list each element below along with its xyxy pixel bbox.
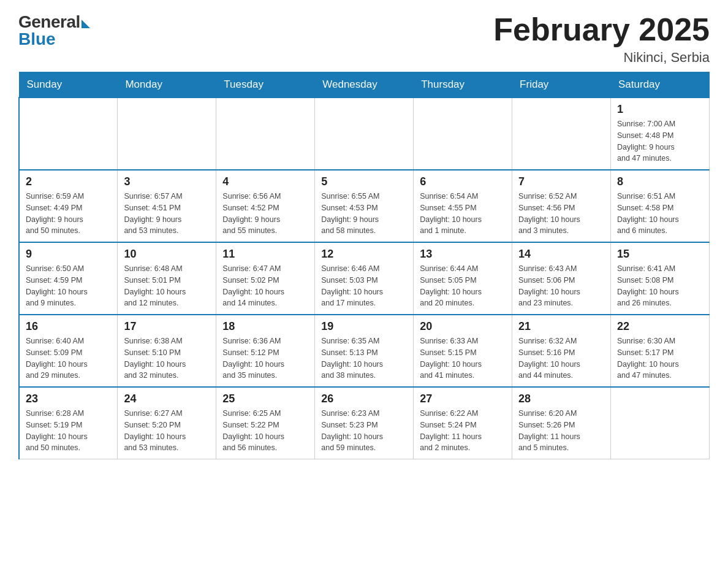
logo: General Blue [18, 12, 90, 49]
day-info: Sunrise: 6:20 AM Sunset: 5:26 PM Dayligh… [518, 408, 604, 454]
day-number: 8 [617, 175, 703, 188]
calendar-day-cell: 5Sunrise: 6:55 AM Sunset: 4:53 PM Daylig… [315, 170, 414, 242]
day-number: 5 [321, 175, 407, 188]
day-info: Sunrise: 7:00 AM Sunset: 4:48 PM Dayligh… [617, 118, 703, 164]
day-number: 1 [617, 103, 703, 116]
calendar-day-cell: 6Sunrise: 6:54 AM Sunset: 4:55 PM Daylig… [414, 170, 512, 242]
day-info: Sunrise: 6:30 AM Sunset: 5:17 PM Dayligh… [617, 335, 703, 381]
calendar-location: Nikinci, Serbia [493, 50, 710, 66]
calendar-day-cell: 14Sunrise: 6:43 AM Sunset: 5:06 PM Dayli… [512, 242, 611, 315]
logo-arrow-icon [82, 20, 90, 28]
calendar-day-cell: 15Sunrise: 6:41 AM Sunset: 5:08 PM Dayli… [611, 242, 710, 315]
calendar-day-cell: 3Sunrise: 6:57 AM Sunset: 4:51 PM Daylig… [118, 170, 216, 242]
day-info: Sunrise: 6:47 AM Sunset: 5:02 PM Dayligh… [222, 263, 308, 309]
weekday-header-tuesday: Tuesday [216, 72, 315, 98]
day-number: 26 [321, 393, 407, 405]
day-info: Sunrise: 6:22 AM Sunset: 5:24 PM Dayligh… [420, 408, 506, 454]
day-number: 20 [420, 320, 506, 333]
day-info: Sunrise: 6:41 AM Sunset: 5:08 PM Dayligh… [617, 263, 703, 309]
day-number: 12 [321, 248, 407, 261]
calendar-day-cell [315, 98, 414, 170]
calendar-day-cell: 19Sunrise: 6:35 AM Sunset: 5:13 PM Dayli… [315, 315, 414, 387]
day-info: Sunrise: 6:56 AM Sunset: 4:52 PM Dayligh… [222, 191, 308, 237]
day-number: 3 [124, 175, 210, 188]
day-number: 21 [518, 320, 604, 333]
calendar-day-cell [512, 98, 611, 170]
calendar-day-cell: 10Sunrise: 6:48 AM Sunset: 5:01 PM Dayli… [118, 242, 216, 315]
weekday-header-row: SundayMondayTuesdayWednesdayThursdayFrid… [19, 72, 710, 98]
day-number: 10 [124, 248, 210, 261]
calendar-week-row: 23Sunrise: 6:28 AM Sunset: 5:19 PM Dayli… [19, 387, 710, 459]
calendar-day-cell: 21Sunrise: 6:32 AM Sunset: 5:16 PM Dayli… [512, 315, 611, 387]
weekday-header-saturday: Saturday [611, 72, 710, 98]
day-info: Sunrise: 6:28 AM Sunset: 5:19 PM Dayligh… [26, 408, 111, 454]
weekday-header-wednesday: Wednesday [315, 72, 414, 98]
day-info: Sunrise: 6:32 AM Sunset: 5:16 PM Dayligh… [518, 335, 604, 381]
day-number: 25 [222, 393, 308, 405]
day-number: 13 [420, 248, 506, 261]
weekday-header-friday: Friday [512, 72, 611, 98]
calendar-day-cell: 18Sunrise: 6:36 AM Sunset: 5:12 PM Dayli… [216, 315, 315, 387]
calendar-day-cell: 28Sunrise: 6:20 AM Sunset: 5:26 PM Dayli… [512, 387, 611, 459]
calendar-day-cell [414, 98, 512, 170]
day-number: 23 [26, 393, 111, 405]
day-info: Sunrise: 6:36 AM Sunset: 5:12 PM Dayligh… [222, 335, 308, 381]
calendar-day-cell: 8Sunrise: 6:51 AM Sunset: 4:58 PM Daylig… [611, 170, 710, 242]
day-info: Sunrise: 6:44 AM Sunset: 5:05 PM Dayligh… [420, 263, 506, 309]
day-info: Sunrise: 6:59 AM Sunset: 4:49 PM Dayligh… [26, 191, 111, 237]
calendar-week-row: 1Sunrise: 7:00 AM Sunset: 4:48 PM Daylig… [19, 98, 710, 170]
day-info: Sunrise: 6:40 AM Sunset: 5:09 PM Dayligh… [26, 335, 111, 381]
day-info: Sunrise: 6:23 AM Sunset: 5:23 PM Dayligh… [321, 408, 407, 454]
calendar-week-row: 2Sunrise: 6:59 AM Sunset: 4:49 PM Daylig… [19, 170, 710, 242]
day-number: 9 [26, 248, 111, 261]
calendar-day-cell: 12Sunrise: 6:46 AM Sunset: 5:03 PM Dayli… [315, 242, 414, 315]
calendar-day-cell: 22Sunrise: 6:30 AM Sunset: 5:17 PM Dayli… [611, 315, 710, 387]
calendar-title: February 2025 [493, 12, 710, 47]
calendar-day-cell: 11Sunrise: 6:47 AM Sunset: 5:02 PM Dayli… [216, 242, 315, 315]
weekday-header-monday: Monday [118, 72, 216, 98]
weekday-header-thursday: Thursday [414, 72, 512, 98]
day-number: 16 [26, 320, 111, 333]
calendar-day-cell: 2Sunrise: 6:59 AM Sunset: 4:49 PM Daylig… [19, 170, 118, 242]
day-number: 14 [518, 248, 604, 261]
calendar-week-row: 9Sunrise: 6:50 AM Sunset: 4:59 PM Daylig… [19, 242, 710, 315]
calendar-day-cell: 13Sunrise: 6:44 AM Sunset: 5:05 PM Dayli… [414, 242, 512, 315]
day-info: Sunrise: 6:57 AM Sunset: 4:51 PM Dayligh… [124, 191, 210, 237]
day-number: 19 [321, 320, 407, 333]
page-header: General Blue February 2025 Nikinci, Serb… [18, 12, 710, 66]
day-info: Sunrise: 6:50 AM Sunset: 4:59 PM Dayligh… [26, 263, 111, 309]
day-number: 22 [617, 320, 703, 333]
day-info: Sunrise: 6:38 AM Sunset: 5:10 PM Dayligh… [124, 335, 210, 381]
weekday-header-sunday: Sunday [19, 72, 118, 98]
day-number: 2 [26, 175, 111, 188]
calendar-day-cell: 7Sunrise: 6:52 AM Sunset: 4:56 PM Daylig… [512, 170, 611, 242]
day-info: Sunrise: 6:25 AM Sunset: 5:22 PM Dayligh… [222, 408, 308, 454]
day-number: 17 [124, 320, 210, 333]
calendar-day-cell: 9Sunrise: 6:50 AM Sunset: 4:59 PM Daylig… [19, 242, 118, 315]
day-number: 18 [222, 320, 308, 333]
day-info: Sunrise: 6:48 AM Sunset: 5:01 PM Dayligh… [124, 263, 210, 309]
day-info: Sunrise: 6:46 AM Sunset: 5:03 PM Dayligh… [321, 263, 407, 309]
day-number: 11 [222, 248, 308, 261]
day-number: 4 [222, 175, 308, 188]
calendar-day-cell: 16Sunrise: 6:40 AM Sunset: 5:09 PM Dayli… [19, 315, 118, 387]
calendar-day-cell: 20Sunrise: 6:33 AM Sunset: 5:15 PM Dayli… [414, 315, 512, 387]
calendar-week-row: 16Sunrise: 6:40 AM Sunset: 5:09 PM Dayli… [19, 315, 710, 387]
day-info: Sunrise: 6:51 AM Sunset: 4:58 PM Dayligh… [617, 191, 703, 237]
day-info: Sunrise: 6:55 AM Sunset: 4:53 PM Dayligh… [321, 191, 407, 237]
day-info: Sunrise: 6:33 AM Sunset: 5:15 PM Dayligh… [420, 335, 506, 381]
calendar-day-cell: 1Sunrise: 7:00 AM Sunset: 4:48 PM Daylig… [611, 98, 710, 170]
logo-blue-text: Blue [18, 29, 56, 49]
day-number: 15 [617, 248, 703, 261]
calendar-day-cell [216, 98, 315, 170]
day-number: 7 [518, 175, 604, 188]
calendar-day-cell: 17Sunrise: 6:38 AM Sunset: 5:10 PM Dayli… [118, 315, 216, 387]
calendar-day-cell [611, 387, 710, 459]
day-info: Sunrise: 6:43 AM Sunset: 5:06 PM Dayligh… [518, 263, 604, 309]
calendar-table: SundayMondayTuesdayWednesdayThursdayFrid… [18, 72, 710, 459]
title-block: February 2025 Nikinci, Serbia [493, 12, 710, 66]
calendar-day-cell: 24Sunrise: 6:27 AM Sunset: 5:20 PM Dayli… [118, 387, 216, 459]
calendar-day-cell [19, 98, 118, 170]
day-info: Sunrise: 6:35 AM Sunset: 5:13 PM Dayligh… [321, 335, 407, 381]
day-info: Sunrise: 6:52 AM Sunset: 4:56 PM Dayligh… [518, 191, 604, 237]
